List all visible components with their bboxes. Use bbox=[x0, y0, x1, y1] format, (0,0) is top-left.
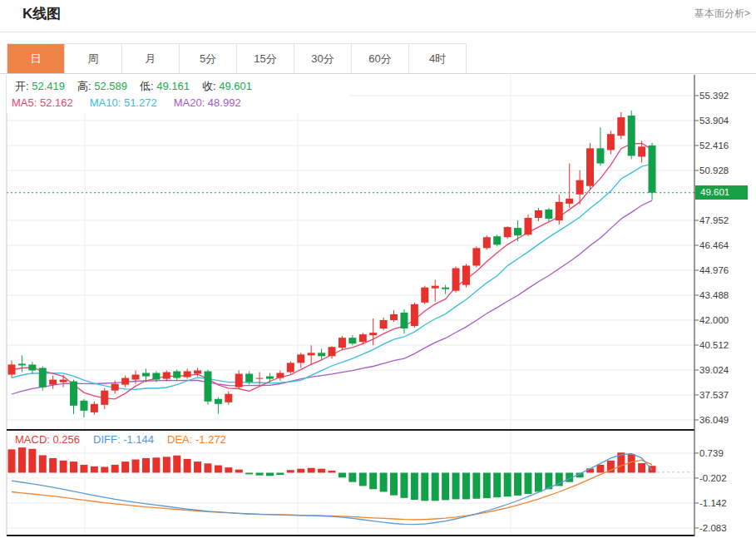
axis-tick-label: 44.976 bbox=[699, 264, 751, 277]
title-divider bbox=[0, 32, 756, 32]
tab-日[interactable]: 日 bbox=[7, 44, 65, 74]
interval-tab-strip: 日周月5分15分30分60分4时 bbox=[7, 43, 467, 74]
tab-周[interactable]: 周 bbox=[65, 44, 122, 74]
axis-tick-label: 46.464 bbox=[699, 239, 751, 252]
axis-tick-label: 42.000 bbox=[699, 313, 751, 327]
readout-item: 高: 52.589 bbox=[77, 80, 127, 92]
axis-tick-label: -2.083 bbox=[699, 521, 751, 535]
tab-4时[interactable]: 4时 bbox=[409, 44, 467, 74]
axis-tick-label: 52.416 bbox=[699, 139, 751, 152]
readout-item: 开: 52.419 bbox=[15, 80, 65, 92]
readout-item: MA5: 52.162 bbox=[12, 96, 73, 109]
ma-readout: MA5: 52.162MA10: 51.272MA20: 48.992 bbox=[12, 96, 258, 109]
readout-item: MA10: 51.272 bbox=[90, 96, 157, 109]
axis-tick-label: 43.488 bbox=[699, 289, 751, 302]
readout-item: 收: 49.601 bbox=[202, 80, 252, 92]
page-title: K线图 bbox=[22, 4, 61, 23]
axis-tick-label: 47.952 bbox=[699, 214, 751, 227]
axis-tick-label: 0.739 bbox=[699, 447, 751, 460]
tab-月[interactable]: 月 bbox=[122, 44, 180, 74]
readout-item: MACD: 0.256 bbox=[15, 433, 80, 446]
axis-tick-label: 50.928 bbox=[699, 164, 751, 177]
axis-tick-label: 40.512 bbox=[699, 338, 751, 352]
axis-tick-label: -1.142 bbox=[699, 496, 751, 510]
tab-60分[interactable]: 60分 bbox=[352, 44, 409, 74]
axis-tick-label: 37.537 bbox=[699, 388, 751, 402]
ohlc-readout: 开: 52.419高: 52.589低: 49.161收: 49.601 bbox=[15, 79, 264, 94]
kline-page: K线图 基本面分析> 日周月5分15分30分60分4时 开: 52.419高: … bbox=[0, 0, 756, 538]
axis-tick-label: 39.024 bbox=[699, 363, 751, 377]
macd-readout: MACD: 0.256DIFF: -1.144DEA: -1.272 bbox=[15, 433, 245, 446]
tab-strip-border bbox=[0, 73, 756, 74]
last-price-tag: 49.601 bbox=[695, 185, 748, 200]
tab-5分[interactable]: 5分 bbox=[180, 44, 237, 74]
axis-tick-label: 36.049 bbox=[699, 413, 751, 427]
fundamental-analysis-link[interactable]: 基本面分析> bbox=[694, 7, 750, 21]
tab-15分[interactable]: 15分 bbox=[237, 44, 294, 74]
readout-item: 低: 49.161 bbox=[140, 80, 190, 92]
tab-30分[interactable]: 30分 bbox=[294, 44, 352, 74]
axis-tick-label: 55.392 bbox=[699, 89, 751, 102]
readout-item: DEA: -1.272 bbox=[167, 433, 226, 446]
axis-tick-label: 53.904 bbox=[699, 114, 751, 127]
readout-item: DIFF: -1.144 bbox=[93, 433, 154, 446]
readout-item: MA20: 48.992 bbox=[174, 96, 241, 109]
axis-tick-label: -0.202 bbox=[699, 471, 751, 485]
